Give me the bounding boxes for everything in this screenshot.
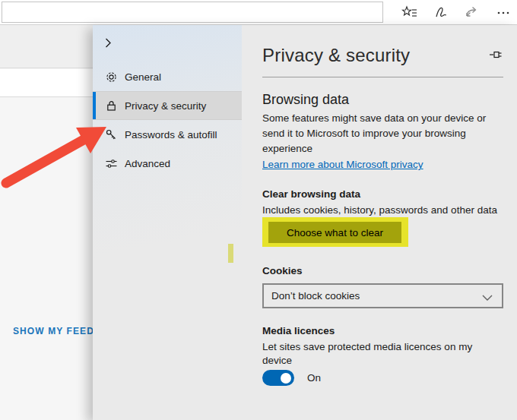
key-icon [104, 128, 118, 141]
cookies-dropdown-value: Don’t block cookies [271, 290, 360, 302]
clear-browsing-data-heading: Clear browsing data [262, 188, 503, 201]
more-icon[interactable] [494, 4, 512, 22]
browser-top-bar [0, 0, 517, 25]
sidebar-item-advanced[interactable]: Advanced [93, 149, 242, 178]
settings-flyout: General Privacy & security [93, 25, 517, 420]
highlighter-smudge [228, 244, 233, 263]
sidebar-item-general[interactable]: General [93, 62, 242, 91]
sidebar-item-label: Privacy & security [125, 100, 206, 112]
collapse-chevron-icon[interactable] [99, 33, 117, 52]
settings-nav: General Privacy & security [93, 62, 242, 178]
media-licences-description: Let sites save protected media licences … [262, 340, 503, 368]
settings-sidebar: General Privacy & security [93, 25, 242, 420]
privacy-security-panel: Privacy & security Browsing data Some fe… [242, 25, 517, 420]
clear-browsing-data-description: Includes cookies, history, passwords and… [262, 204, 503, 217]
sidebar-item-label: Advanced [125, 158, 170, 169]
gear-icon [104, 70, 118, 84]
learn-more-privacy-link[interactable]: Learn more about Microsoft privacy [262, 157, 423, 172]
sidebar-item-label: General [125, 71, 161, 83]
show-my-feed-link[interactable]: SHOW MY FEED [13, 326, 94, 336]
web-notes-icon[interactable] [432, 4, 450, 22]
toggle-state-label: On [307, 372, 321, 384]
chevron-down-icon [482, 295, 493, 301]
highlighter-annotation: Choose what to clear [262, 217, 408, 247]
choose-what-to-clear-button[interactable]: Choose what to clear [268, 222, 401, 243]
sliders-icon [104, 156, 118, 170]
pin-flyout-icon[interactable] [489, 49, 504, 61]
sidebar-item-passwords-autofill[interactable]: Passwords & autofill [93, 120, 242, 149]
panel-divider [262, 77, 503, 77]
cookies-dropdown[interactable]: Don’t block cookies [262, 283, 503, 308]
sidebar-item-privacy-security[interactable]: Privacy & security [93, 91, 242, 120]
page-behind-header-strip [0, 25, 93, 68]
cookies-heading: Cookies [262, 264, 503, 278]
media-licences-toggle[interactable] [262, 370, 294, 386]
address-bar[interactable] [2, 2, 383, 23]
browser-toolbar-icons [401, 0, 512, 25]
media-licences-toggle-row: On [262, 370, 503, 386]
toggle-knob [281, 373, 291, 384]
media-licences-heading: Media licences [262, 324, 503, 338]
lock-icon [104, 99, 118, 112]
browsing-data-heading: Browsing data [262, 90, 503, 109]
favorites-hub-icon[interactable] [401, 4, 419, 22]
page-behind-search-band [0, 69, 93, 97]
panel-title: Privacy & security [262, 44, 503, 67]
share-icon[interactable] [463, 4, 481, 22]
sidebar-item-label: Passwords & autofill [125, 129, 217, 141]
page-behind: SHOW MY FEED [0, 25, 93, 420]
browsing-data-description: Some features might save data on your de… [262, 111, 503, 156]
